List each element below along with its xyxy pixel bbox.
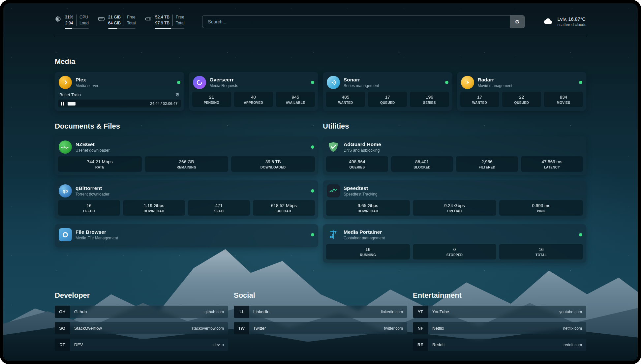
stat-label: RATE (59, 166, 140, 169)
section-documents: Documents & Files nzbgetNZBGetUsenet dow… (55, 122, 318, 263)
stat-queued: 17QUEUED (368, 92, 407, 107)
memory-free: 21 GiB (108, 15, 121, 20)
adguard-icon (327, 140, 340, 154)
status-dot (311, 189, 314, 193)
bookmark-stackoverflow[interactable]: SOStackOverflowstackoverflow.com (55, 322, 228, 334)
search-provider-button[interactable]: G (510, 15, 525, 28)
stat-value: 498,564 (327, 159, 387, 164)
section-title-documents: Documents & Files (55, 122, 318, 131)
cpu-loadavg: 2.94 (65, 20, 73, 26)
card-titles-filebrowser: File BrowserMedia File Management (76, 229, 118, 240)
service-card-speedtest[interactable]: SpeedtestSpeedtest Tracking9.65 GbpsDOWN… (323, 180, 586, 219)
stat-wanted: 17WANTED (460, 92, 499, 107)
two-column-area: Documents & Files nzbgetNZBGetUsenet dow… (55, 122, 586, 263)
stat-available: 945AVAILABLE (276, 92, 315, 107)
stat-ping: 0.993 msPING (499, 200, 583, 216)
service-card-nzbget[interactable]: nzbgetNZBGetUsenet downloader744.21 Mbps… (55, 136, 318, 175)
memory-icon (98, 15, 105, 22)
service-card-portainer[interactable]: Media PortainerContainer management16RUN… (323, 224, 586, 263)
gear-icon[interactable]: ⚙ (175, 92, 180, 97)
stat-value: 618.52 Mbps (254, 203, 314, 208)
memory-widget: 21 GiB 64 GiB Free Total (98, 15, 136, 29)
service-card-sonarr[interactable]: SonarrSeries management485WANTED17QUEUED… (323, 72, 452, 111)
stat-label: QUERIES (327, 166, 387, 169)
stat-download: 9.65 GbpsDOWNLOAD (326, 200, 410, 216)
stat-value: 9.24 Gbps (414, 203, 495, 208)
sonarr-icon (327, 76, 340, 89)
service-card-plex[interactable]: PlexMedia serverBullet Train⚙24:44 / 02:… (55, 72, 184, 111)
stat-value: 39.6 TB (232, 159, 314, 164)
stat-latency: 47.569 msLATENCY (521, 156, 583, 172)
stat-value: 266 GB (146, 159, 227, 164)
bookmark-twitter[interactable]: TWTwittertwitter.com (234, 322, 407, 334)
stat-label: DOWNLOAD (124, 209, 184, 213)
bookmark-github[interactable]: GHGithubgithub.com (55, 306, 228, 318)
card-header-sonarr: SonarrSeries management (326, 75, 449, 92)
portainer-icon (327, 228, 340, 241)
stat-value: 834 (545, 95, 582, 100)
stats-row: 17WANTED22QUEUED834MOVIES (460, 92, 583, 107)
bookmark-name: StackOverflow (70, 322, 102, 334)
section-title-utilities: Utilities (323, 122, 586, 131)
bookmark-reddit[interactable]: RERedditreddit.com (413, 339, 586, 351)
card-header-qbittorrent: qbqBittorrentTorrent downloader (58, 184, 315, 200)
stat-leech: 16LEECH (58, 200, 120, 216)
memory-total: 64 GiB (108, 20, 121, 26)
bookmark-netflix[interactable]: NFNetflixnetflix.com (413, 322, 586, 334)
service-subtitle: Container management (344, 236, 385, 240)
stats-row: 485WANTED17QUEUED196SERIES (326, 92, 449, 107)
bookmark-abbr: GH (55, 306, 70, 318)
bookmark-youtube[interactable]: YTYouTubeyoutube.com (413, 306, 586, 318)
bookmark-linkedin[interactable]: LILinkedInlinkedin.com (234, 306, 407, 318)
stat-value: 16 (59, 203, 119, 208)
nzbget-icon: nzbget (59, 140, 72, 154)
progress-track[interactable] (68, 102, 147, 106)
weather-widget[interactable]: Lviv, 16.87°C scattered clouds (543, 16, 586, 28)
service-title: AdGuard Home (344, 141, 381, 147)
service-card-qbittorrent[interactable]: qbqBittorrentTorrent downloader16LEECH1.… (55, 180, 318, 219)
search-input[interactable] (202, 15, 510, 28)
status-dot (311, 81, 314, 84)
stat-value: 2,956 (457, 159, 517, 164)
card-titles-nzbget: NZBGetUsenet downloader (76, 141, 109, 153)
card-titles-portainer: Media PortainerContainer management (344, 229, 385, 240)
pause-icon[interactable] (61, 102, 64, 106)
stat-label: AVAILABLE (277, 101, 314, 105)
service-card-overseerr[interactable]: OverseerrMedia Requests21PENDING40APPROV… (189, 72, 319, 111)
utilities-cards: AdGuard HomeDNS and adblocking498,564QUE… (323, 136, 586, 263)
stat-value: 945 (277, 95, 314, 100)
stat-label: RUNNING (327, 253, 409, 257)
service-subtitle: Usenet downloader (76, 148, 109, 153)
stat-stopped: 0STOPPED (413, 244, 497, 259)
radarr-icon (461, 76, 474, 89)
service-card-adguard[interactable]: AdGuard HomeDNS and adblocking498,564QUE… (323, 136, 586, 175)
bookmark-group-social: SocialLILinkedInlinkedin.comTWTwittertwi… (234, 291, 407, 351)
stat-approved: 40APPROVED (234, 92, 273, 107)
card-titles-qbittorrent: qBittorrentTorrent downloader (76, 185, 109, 197)
bookmark-dev[interactable]: DTDEVdev.to (55, 339, 228, 351)
section-title-media: Media (55, 57, 586, 66)
bookmark-abbr: TW (234, 322, 249, 334)
stat-label: LEECH (59, 209, 119, 213)
stat-rate: 744.21 MbpsRATE (58, 156, 142, 172)
bookmark-abbr: LI (234, 306, 249, 318)
progress-fill (68, 102, 76, 106)
disk-free: 52.4 TB (155, 15, 169, 20)
service-card-radarr[interactable]: RadarrMovie management17WANTED22QUEUED83… (457, 72, 587, 111)
bookmark-abbr: SO (55, 322, 70, 334)
service-card-filebrowser[interactable]: File BrowserMedia File Management (55, 224, 318, 247)
service-subtitle: DNS and adblocking (344, 148, 381, 153)
stat-value: 485 (327, 95, 364, 100)
stat-queued: 22QUEUED (502, 92, 541, 107)
bookmark-group-title: Entertainment (413, 291, 586, 300)
stats-row: 498,564QUERIES86,401BLOCKED2,956FILTERED… (326, 156, 583, 172)
card-titles-overseerr: OverseerrMedia Requests (210, 77, 238, 88)
stat-series: 196SERIES (410, 92, 449, 107)
bookmark-abbr: NF (413, 322, 428, 334)
stat-label: QUEUED (504, 101, 540, 105)
qbittorrent-icon: qb (59, 184, 72, 197)
media-cards: PlexMedia serverBullet Train⚙24:44 / 02:… (55, 72, 586, 111)
cpu-label-2: Load (79, 20, 89, 26)
bookmark-group-entertainment: EntertainmentYTYouTubeyoutube.comNFNetfl… (413, 291, 586, 351)
section-media: Media PlexMedia serverBullet Train⚙24:44… (55, 57, 586, 111)
